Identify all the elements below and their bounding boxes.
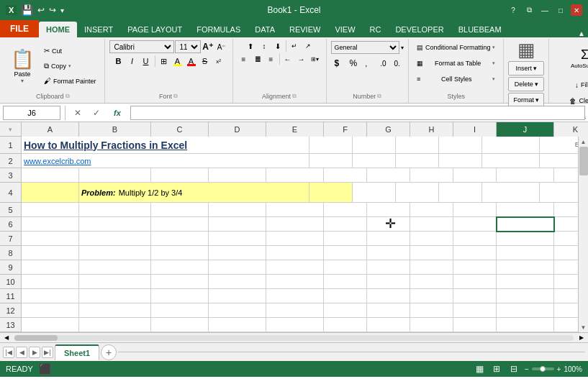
cell-h13[interactable] [410, 318, 453, 332]
paste-button[interactable]: 📋 Paste ▾ [6, 45, 39, 87]
cell-j3[interactable] [497, 168, 554, 183]
cell-g8[interactable] [367, 246, 410, 260]
cut-button[interactable]: ✂ Cut [40, 44, 100, 58]
col-header-b[interactable]: B [79, 122, 151, 137]
cell-j11[interactable] [497, 289, 554, 303]
collapse-ribbon-btn[interactable]: ▲ [578, 29, 585, 37]
row-num-2[interactable]: 2 [0, 154, 21, 168]
font-expand-icon[interactable]: ⧉ [173, 93, 178, 100]
cell-k1[interactable] [540, 137, 578, 154]
minimize-btn[interactable]: — [539, 4, 551, 16]
scroll-track[interactable] [579, 147, 588, 322]
zoom-in-btn[interactable]: + [557, 365, 561, 373]
normal-view-btn[interactable]: ▦ [473, 362, 486, 375]
cell-e13[interactable] [266, 318, 324, 332]
cell-h3[interactable] [410, 168, 453, 183]
formula-input[interactable] [130, 106, 585, 120]
cell-j12[interactable] [497, 303, 554, 318]
cell-d6[interactable] [209, 217, 266, 232]
rotate-text-btn[interactable]: ↗ [302, 40, 315, 52]
cell-j1[interactable] [482, 137, 540, 154]
col-header-i[interactable]: I [453, 122, 497, 137]
page-break-view-btn[interactable]: ⊟ [507, 362, 520, 375]
cell-f10[interactable] [324, 275, 367, 289]
decrease-indent-btn[interactable]: ← [281, 53, 294, 65]
cell-c3[interactable] [151, 168, 209, 183]
sheet-nav-first[interactable]: |◀ [3, 347, 14, 358]
comma-btn[interactable]: , [361, 56, 376, 70]
cell-c6[interactable] [151, 217, 209, 232]
col-header-c[interactable]: C [151, 122, 209, 137]
scroll-down-btn[interactable]: ▼ [579, 322, 589, 332]
close-btn[interactable]: ✕ [571, 4, 582, 16]
cell-a10[interactable] [22, 275, 79, 289]
cell-j5[interactable] [497, 203, 554, 217]
cell-a8[interactable] [22, 246, 79, 260]
tab-home[interactable]: HOME [39, 22, 77, 37]
cell-d10[interactable] [209, 275, 266, 289]
cell-g7[interactable] [367, 232, 410, 246]
page-layout-view-btn[interactable]: ⊞ [490, 362, 503, 375]
number-expand-icon[interactable]: ⧉ [377, 93, 381, 100]
cell-i6[interactable] [453, 217, 497, 232]
alignment-expand-icon[interactable]: ⧉ [292, 93, 297, 100]
macro-record-icon[interactable]: ⬛ [39, 363, 51, 375]
row-num-6[interactable]: 6 [0, 217, 21, 232]
row-num-5[interactable]: 5 [0, 203, 21, 217]
cell-a5[interactable] [22, 203, 79, 217]
cell-f13[interactable] [324, 318, 367, 332]
cell-c5[interactable] [151, 203, 209, 217]
copy-button[interactable]: ⧉ Copy ▾ [40, 59, 100, 73]
cell-e6[interactable] [266, 217, 324, 232]
cell-b7[interactable] [79, 232, 151, 246]
underline-button[interactable]: U [140, 55, 153, 68]
cell-i7[interactable] [453, 232, 497, 246]
increase-indent-btn[interactable]: → [295, 53, 308, 65]
sheet-nav-last[interactable]: ▶| [42, 347, 53, 358]
cell-e10[interactable] [266, 275, 324, 289]
cell-c9[interactable] [151, 260, 209, 275]
bold-button[interactable]: B [112, 55, 125, 68]
cell-i8[interactable] [453, 246, 497, 260]
tab-data[interactable]: DATA [248, 22, 282, 37]
align-top-btn[interactable]: ⬆ [244, 40, 257, 52]
cell-i9[interactable] [453, 260, 497, 275]
cell-b13[interactable] [79, 318, 151, 332]
cell-d5[interactable] [209, 203, 266, 217]
borders-button[interactable]: ⊞ [158, 55, 171, 68]
format-as-table-btn[interactable]: ▦ Format as Table ▾ [413, 56, 499, 70]
row-num-9[interactable]: 9 [0, 260, 21, 275]
align-left-btn[interactable]: ≡ [238, 53, 250, 65]
cell-f7[interactable] [324, 232, 367, 246]
tab-insert[interactable]: INSERT [77, 22, 120, 37]
align-bottom-btn[interactable]: ⬇ [271, 40, 284, 52]
insert-function-btn[interactable]: fx [107, 106, 127, 120]
cell-g11[interactable] [367, 289, 410, 303]
cell-a13[interactable] [22, 318, 79, 332]
zoom-slider-thumb[interactable] [540, 366, 546, 372]
select-all-btn[interactable]: ▾ [9, 126, 12, 133]
cell-f5[interactable] [324, 203, 367, 217]
cell-i1[interactable] [439, 137, 482, 154]
scroll-right-btn[interactable]: ▶ [576, 333, 587, 343]
superscript-button[interactable]: x² [212, 55, 225, 68]
fill-btn[interactable]: ↓ Fill ▾ [571, 78, 588, 92]
cell-f3[interactable] [324, 168, 367, 183]
percent-btn[interactable]: % [346, 56, 361, 70]
cell-k7[interactable] [554, 232, 578, 246]
cell-d3[interactable] [209, 168, 266, 183]
row-num-4[interactable]: 4 [0, 183, 21, 203]
maximize-btn[interactable]: □ [555, 4, 566, 16]
website-link[interactable]: www.excelcrib.com [24, 157, 91, 165]
cell-i3[interactable] [453, 168, 497, 183]
cell-a4[interactable] [22, 183, 79, 203]
cell-a3[interactable] [22, 168, 79, 183]
cell-k5[interactable] [554, 203, 578, 217]
cell-j6[interactable] [497, 217, 554, 232]
cell-g9[interactable] [367, 260, 410, 275]
insert-cells-btn[interactable]: Insert ▾ [508, 61, 544, 76]
align-center-btn[interactable]: ≣ [251, 53, 264, 65]
font-family-select[interactable]: Calibri [109, 40, 174, 53]
cell-c11[interactable] [151, 289, 209, 303]
col-header-a[interactable]: A [22, 122, 79, 137]
